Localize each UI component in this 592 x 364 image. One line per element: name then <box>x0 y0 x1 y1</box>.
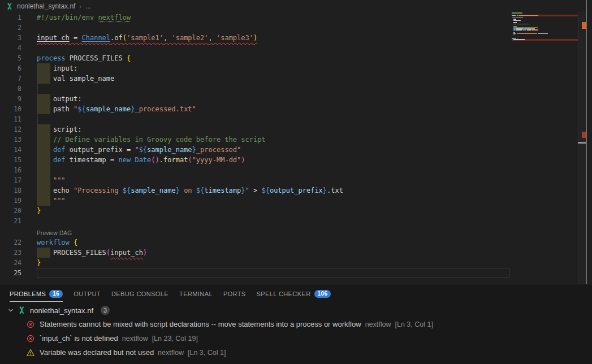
scrollbar-track-line <box>586 0 587 284</box>
code-token: script: <box>37 125 81 133</box>
problem-location: [Ln 23, Col 19] <box>152 335 198 343</box>
codelens-preview-dag[interactable]: Preview DAG <box>0 226 509 237</box>
code-token: ${ <box>139 146 147 154</box>
code-token: PROCESS_FILES <box>70 54 127 62</box>
code-token <box>37 136 53 144</box>
code-line[interactable]: 8 <box>0 84 509 94</box>
code-token: #!/usr/bin/env <box>37 14 98 21</box>
code-line[interactable]: 14 def output_prefix = "${sample_name}_p… <box>0 145 509 155</box>
code-token: " <box>245 187 249 194</box>
panel-tab-problems[interactable]: PROBLEMS16 <box>10 284 63 304</box>
code-token: input_ch <box>37 34 70 42</box>
code-line[interactable]: 11 <box>0 114 509 124</box>
overview-ruler[interactable] <box>578 11 586 284</box>
problem-source: nextflow <box>158 349 184 357</box>
line-number: 11 <box>0 114 21 124</box>
ruler-decoration-mark <box>582 132 586 138</box>
code-line[interactable]: 22workflow { <box>0 237 509 248</box>
code-token: timestamp <box>204 187 241 194</box>
chevron-down-icon[interactable] <box>7 306 15 314</box>
problem-row[interactable]: Statements cannot be mixed with script d… <box>0 317 592 331</box>
code-token: workflow <box>37 239 74 246</box>
panel-tab-output[interactable]: OUTPUT <box>74 284 101 304</box>
code-token <box>37 197 53 205</box>
code-text: #!/usr/bin/env nextflow <box>37 12 131 23</box>
indent-guide <box>37 114 38 124</box>
code-text: """ <box>37 175 66 185</box>
breadcrumb-symbol-path[interactable]: ... <box>85 2 91 10</box>
code-text <box>37 165 53 175</box>
code-token: "yyyy-MM-dd" <box>192 156 241 164</box>
problems-count-badge: 3 <box>101 306 110 315</box>
line-number: 3 <box>0 33 21 43</box>
code-line[interactable]: 4 <box>0 43 509 53</box>
panel-tab-terminal[interactable]: TERMINAL <box>179 284 213 304</box>
code-token: on <box>180 187 196 194</box>
code-token: 'sample2' <box>171 34 208 42</box>
line-number: 24 <box>0 258 21 268</box>
code-editor[interactable]: 1#!/usr/bin/env nextflow23input_ch = Cha… <box>0 12 509 278</box>
code-line[interactable]: 1#!/usr/bin/env nextflow <box>0 12 509 23</box>
code-token: ) <box>241 156 245 164</box>
code-line[interactable]: 2 <box>0 23 509 33</box>
code-line[interactable]: 15 def timestamp = new Date().format("yy… <box>0 155 509 165</box>
error-icon <box>26 334 35 343</box>
code-token: } <box>37 259 41 267</box>
panel-tab-debug-console[interactable]: DEBUG CONSOLE <box>111 284 168 304</box>
nextflow-file-icon <box>6 3 14 10</box>
code-token: ${ <box>261 187 269 194</box>
code-line[interactable]: 19 """ <box>0 196 509 206</box>
panel-tab-spell-checker[interactable]: SPELL CHECKER106 <box>257 284 331 304</box>
line-number: 1 <box>0 12 21 23</box>
ruler-decoration-mark <box>582 22 586 29</box>
code-line[interactable]: 20} <box>0 206 509 216</box>
problem-message: Statements cannot be mixed with script d… <box>40 320 361 328</box>
code-token: ( <box>123 34 127 42</box>
code-text: } <box>37 206 41 216</box>
code-line[interactable]: 6 input: <box>0 63 509 73</box>
code-line[interactable]: 9 output: <box>0 94 509 104</box>
code-token: def <box>53 156 70 164</box>
problem-row[interactable]: Variable was declared but not usednextfl… <box>0 345 592 359</box>
code-token: ) <box>253 34 257 42</box>
code-line[interactable]: 24} <box>0 258 509 268</box>
code-line[interactable]: 5process PROCESS_FILES { <box>0 53 509 63</box>
line-number: 10 <box>0 104 21 114</box>
panel-tab-label: PORTS <box>223 291 246 297</box>
code-token: echo <box>37 187 74 194</box>
code-line[interactable]: 7 val sample_name <box>0 73 509 84</box>
panel-tab-ports[interactable]: PORTS <box>223 284 246 304</box>
code-line[interactable]: 25 <box>0 268 509 278</box>
problem-row[interactable]: `input_ch` is not definednextflow[Ln 23,… <box>0 331 592 345</box>
code-line[interactable]: 3input_ch = Channel.of('sample1', 'sampl… <box>0 33 509 43</box>
code-token: Channel <box>81 34 110 42</box>
code-line[interactable]: 18 echo "Processing ${sample_name} on ${… <box>0 185 509 196</box>
code-token: input: <box>37 64 77 72</box>
code-token: output: <box>37 95 81 103</box>
code-line[interactable]: 10 path "${sample_name}_processed.txt" <box>0 104 509 114</box>
code-line[interactable]: 12 script: <box>0 124 509 135</box>
code-token <box>37 146 53 154</box>
problem-location: [Ln 3, Col 1] <box>395 320 433 328</box>
code-token: { <box>127 54 131 62</box>
code-line[interactable]: 13 // Define variables in Groovy code be… <box>0 135 509 145</box>
code-token: sample_name <box>131 187 175 194</box>
code-token: process <box>37 54 70 62</box>
code-token: _processed.txt" <box>135 105 196 113</box>
code-token: new <box>119 156 135 164</box>
code-line[interactable]: 17 """ <box>0 175 509 185</box>
code-line[interactable]: 23 PROCESS_FILES(input_ch) <box>0 248 509 258</box>
code-token: } <box>323 187 327 194</box>
breadcrumb-file[interactable]: nonlethal_syntax.nf <box>17 2 75 10</box>
code-line[interactable]: 16 <box>0 165 509 175</box>
breadcrumb[interactable]: nonlethal_syntax.nf › ... <box>0 0 592 12</box>
problem-location: [Ln 3, Col 1] <box>188 349 226 357</box>
minimap[interactable] <box>512 12 578 43</box>
problems-file-group[interactable]: nonlethal_syntax.nf3 <box>0 304 592 317</box>
code-line[interactable]: 21 <box>0 216 509 226</box>
line-number: 13 <box>0 135 21 145</box>
code-token: , <box>163 34 171 42</box>
line-number: 14 <box>0 145 21 155</box>
code-token: } <box>176 187 180 194</box>
code-text: process PROCESS_FILES { <box>37 53 131 63</box>
